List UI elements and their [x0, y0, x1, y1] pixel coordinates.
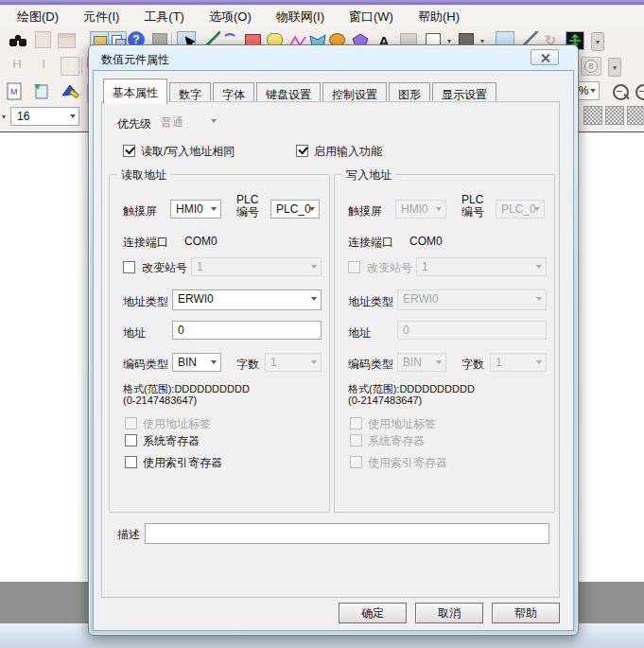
cancel-button[interactable]: 取消 [415, 603, 483, 623]
use-address-tag-checkbox [125, 417, 137, 429]
macro-doc-icon[interactable]: M [6, 82, 25, 101]
toolbar2-overflow-icon[interactable]: ▾ [608, 58, 621, 77]
system-register-checkbox[interactable] [125, 434, 137, 447]
description-input[interactable] [145, 523, 549, 544]
format-range-line2: (0-2147483647) [348, 394, 422, 406]
change-station-checkbox [348, 261, 360, 273]
notebook-icon[interactable] [32, 82, 51, 101]
enable-input-checkbox[interactable] [296, 145, 308, 157]
menu-help[interactable]: 帮助(H) [418, 9, 460, 26]
toolbar-separator [81, 58, 82, 74]
description-label: 描述 [117, 527, 140, 543]
encoding-type-combo[interactable]: BIN [172, 353, 221, 372]
system-register-label: 系统寄存器 [143, 433, 200, 449]
encoding-type-label: 编码类型 [348, 357, 393, 373]
tab-basic-properties[interactable]: 基本属性 [103, 79, 167, 104]
use-address-tag-checkbox [350, 417, 362, 429]
format-range-line2: (0-2147483647) [123, 394, 197, 406]
use-index-register-label: 使用索引寄存器 [143, 455, 222, 471]
help-button[interactable]: 帮助 [492, 603, 560, 623]
priority-label: 优先级 [117, 116, 151, 132]
change-station-label: 改变站号 [367, 260, 412, 276]
encoding-type-combo: BIN [397, 353, 446, 372]
same-address-checkbox[interactable] [123, 145, 135, 157]
change-station-checkbox[interactable] [123, 261, 135, 273]
address-type-label: 地址类型 [348, 294, 393, 310]
hmi-combo[interactable]: HMI0 [170, 200, 221, 219]
priority-combo: 普通 [155, 112, 221, 131]
pattern-swatch[interactable] [605, 106, 624, 125]
chevron-down-icon [70, 114, 76, 118]
plc-number-combo: PLC_0 [496, 200, 545, 219]
write-address-group: 写入地址 触摸屏 HMI0 PLC编号 PLC_0 连接端口 COM0 改变站号… [334, 174, 555, 513]
pattern-swatch[interactable] [583, 106, 602, 125]
menu-iot[interactable]: 物联网(I) [276, 9, 324, 26]
dialog-client-area: 基本属性 数字 字体 键盘设置 控制设置 图形 显示设置 优先级 普通 读取/写… [93, 70, 574, 631]
use-index-register-label: 使用索引寄存器 [368, 455, 447, 471]
station-number-combo: 1 [191, 257, 322, 276]
tab-page-basic-properties: 优先级 普通 读取/写入地址相同 启用输入功能 读取地址 触摸屏 HMI0 PL… [101, 101, 560, 598]
pattern-swatch[interactable] [627, 106, 644, 125]
port-value: COM0 [184, 235, 218, 248]
font-name-dropdown-icon[interactable]: ▾ [0, 108, 9, 125]
system-register-label: 系统寄存器 [368, 433, 425, 449]
zoom-in-icon[interactable] [635, 84, 644, 100]
expand-icon [61, 57, 79, 76]
system-register-checkbox [350, 434, 362, 447]
ok-button[interactable]: 确定 [339, 603, 407, 623]
menu-options[interactable]: 选项(O) [209, 9, 252, 26]
svg-text:M: M [10, 87, 18, 96]
find-icon[interactable] [9, 31, 27, 50]
read-address-group-title: 读取地址 [117, 167, 170, 184]
port-label: 连接端口 [123, 235, 168, 251]
address-label: 地址 [348, 325, 371, 342]
dialog-title[interactable]: 数值元件属性 [101, 52, 169, 68]
menu-window[interactable]: 窗口(W) [349, 9, 393, 26]
print-icon [58, 33, 76, 48]
port-value: COM0 [409, 235, 443, 248]
toolbar-overflow-icon[interactable]: ▾ [591, 32, 604, 51]
read-address-group: 读取地址 触摸屏 HMI0 PLC编号 PLC_0 连接端口 COM0 改变站号… [109, 174, 330, 513]
word-count-label: 字数 [236, 357, 259, 373]
station-number-combo: 1 [416, 257, 547, 276]
enable-input-label: 启用输入功能 [314, 144, 382, 160]
menu-tools[interactable]: 工具(T) [144, 9, 184, 26]
hmi-label: 触摸屏 [348, 203, 382, 219]
use-address-tag-label: 使用地址标签 [143, 416, 211, 432]
menu-bar: 绘图(D) 元件(I) 工具(T) 选项(O) 物联网(I) 窗口(W) 帮助(… [0, 5, 644, 28]
use-address-tag-label: 使用地址标签 [368, 416, 436, 432]
word-count-combo: 1 [490, 353, 547, 372]
chevron-down-icon [590, 89, 596, 93]
numeric-element-properties-dialog: 数值元件属性 基本属性 数字 字体 键盘设置 控制设置 图形 显示设置 优先级 … [88, 44, 579, 636]
align-horizontal-icon: H [8, 57, 26, 76]
menu-element[interactable]: 元件(I) [83, 9, 119, 26]
address-input[interactable] [172, 321, 322, 340]
use-index-register-checkbox[interactable] [125, 456, 137, 468]
align-vertical-icon: I [34, 57, 53, 76]
wizard-tool-icon[interactable] [61, 82, 79, 101]
plc-number-label: PLC编号 [461, 194, 494, 219]
hmi-combo: HMI0 [395, 200, 446, 219]
tab-strip: 基本属性 数字 字体 键盘设置 控制设置 图形 显示设置 [103, 79, 498, 104]
plc-number-label: PLC编号 [236, 194, 269, 219]
application-window: 绘图(D) 元件(I) 工具(T) 选项(O) 物联网(I) 窗口(W) 帮助(… [0, 0, 644, 648]
word-count-combo: 1 [265, 353, 322, 372]
word-count-label: 字数 [461, 357, 484, 373]
close-button[interactable] [531, 49, 559, 65]
export-icon [35, 31, 51, 48]
address-type-combo[interactable]: ERWI0 [172, 289, 322, 310]
same-address-label: 读取/写入地址相同 [141, 144, 235, 160]
write-address-group-title: 写入地址 [342, 167, 395, 184]
address-type-label: 地址类型 [123, 294, 168, 310]
address-type-combo: ERWI0 [397, 289, 547, 310]
address-label: 地址 [123, 325, 146, 342]
address-input [397, 321, 547, 340]
font-size-combo[interactable]: 16 [10, 107, 79, 126]
currency-icon: 8 [581, 57, 601, 76]
use-index-register-checkbox [350, 456, 362, 468]
menu-draw[interactable]: 绘图(D) [17, 9, 59, 26]
encoding-type-label: 编码类型 [123, 357, 168, 373]
dialog-buttons: 确定 取消 帮助 [339, 603, 560, 623]
zoom-out-icon[interactable] [613, 84, 629, 100]
plc-number-combo[interactable]: PLC_0 [270, 200, 320, 219]
